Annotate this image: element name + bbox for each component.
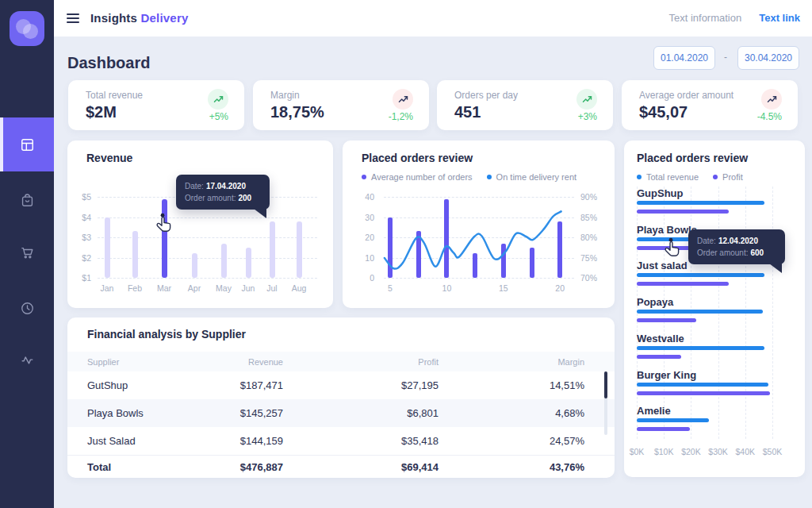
tooltip-date-label: Date: (185, 182, 204, 190)
orders-bar-x12.5[interactable] (473, 253, 477, 278)
kpi-card-3: Orders per day451+3% (437, 80, 613, 130)
supplier-profit-bar[interactable] (637, 427, 690, 431)
left-axis-label: 0 (355, 273, 374, 283)
y-axis-label: $3 (71, 233, 91, 242)
value-cell: $144,159 (206, 435, 283, 447)
tooltip-date-value: 12.04.2020 (718, 237, 758, 245)
x-axis-label: May (213, 283, 235, 293)
left-axis-label: 20 (355, 233, 374, 242)
x-axis-label: Apr (183, 283, 205, 293)
table-row[interactable]: Just Salad$144,159$35,41824,57% (67, 427, 615, 455)
column-header-margin: Margin (439, 357, 584, 367)
sidebar-item-history[interactable] (0, 281, 54, 335)
x-axis-label: Jan (96, 283, 118, 293)
right-axis-label: 90% (580, 192, 609, 202)
dashboard-icon (20, 137, 35, 152)
supplier-revenue-bar[interactable] (637, 346, 764, 350)
hand-cursor-icon (155, 213, 174, 235)
kpi-value: $2M (86, 103, 117, 121)
left-axis-label: 30 (355, 213, 374, 222)
brand: Insights Delivery (90, 11, 188, 25)
x-axis-label: Mar (153, 283, 175, 293)
sidebar-item-dashboard[interactable] (0, 117, 54, 171)
orders-bar-x5[interactable] (388, 217, 393, 279)
supplier-revenue-bar[interactable] (637, 273, 764, 277)
tooltip-amount-value: 200 (238, 194, 251, 202)
gridline (98, 258, 317, 259)
revenue-bar-apr[interactable] (192, 253, 197, 278)
table-scrollbar-thumb[interactable] (604, 371, 607, 398)
x-axis-label: $0K (624, 447, 649, 456)
sidebar-item-activity[interactable] (0, 333, 54, 387)
activity-icon (20, 352, 35, 368)
supplier-profit-bar[interactable] (637, 318, 696, 322)
revenue-bar-mar[interactable] (162, 199, 167, 278)
legend-average-orders[interactable]: Average number of orders (371, 172, 473, 182)
revenue-bar-jul[interactable] (270, 221, 275, 278)
date-to-button[interactable]: 30.04.2020 (737, 46, 799, 70)
tooltip-amount-label: Order amount: (697, 248, 748, 257)
y-axis-label: $2 (71, 253, 91, 263)
column-header-supplier: Supplier (87, 357, 206, 367)
x-axis-label: 5 (379, 283, 401, 293)
supplier-profit-bar[interactable] (637, 355, 681, 359)
supplier-profit-bar[interactable] (637, 391, 770, 395)
legend-total-revenue[interactable]: Total revenue (646, 172, 699, 182)
table-total-row: Total$476,887$69,41443,76% (67, 455, 615, 478)
kpi-delta: -4.5% (757, 111, 782, 122)
kpi-card-4: Average order amount$45,07-4.5% (622, 80, 798, 130)
suppliers-tooltip: Date:12.04.2020 Order amount:600 (688, 229, 785, 264)
x-axis-label: Jun (237, 283, 259, 293)
value-cell: 4,68% (439, 407, 584, 419)
total-value-cell: 43,76% (439, 461, 584, 473)
tooltip-beak (254, 209, 266, 218)
app-logo (10, 11, 44, 46)
revenue-bar-feb[interactable] (132, 231, 138, 278)
placed-orders-legend: Average number of orders On time deliver… (362, 172, 586, 182)
supplier-cell: GutShup (87, 379, 206, 391)
kpi-value: 18,75% (270, 103, 324, 121)
value-cell: 24,57% (439, 435, 584, 447)
orders-bar-x7.5[interactable] (416, 231, 421, 278)
sidebar-item-cart[interactable] (0, 225, 54, 279)
revenue-bar-jan[interactable] (105, 217, 110, 279)
supplier-revenue-bar[interactable] (637, 201, 764, 205)
orders-bar-x10[interactable] (444, 199, 449, 278)
legend-profit[interactable]: Profit (722, 172, 743, 182)
value-cell: $187,471 (206, 379, 283, 391)
left-axis-label: 10 (355, 253, 374, 263)
revenue-bar-jun[interactable] (246, 248, 251, 278)
hand-cursor-icon (664, 237, 683, 260)
supplier-revenue-bar[interactable] (637, 383, 768, 387)
value-cell: $145,257 (206, 407, 283, 419)
date-from-button[interactable]: 01.04.2020 (653, 46, 715, 70)
orders-bar-x17.5[interactable] (530, 248, 534, 278)
table-header-row: SupplierRevenueProfitMargin (67, 352, 615, 371)
supplier-profit-bar[interactable] (637, 210, 729, 214)
suppliers-title: Placed orders review (637, 152, 748, 164)
value-cell: $35,418 (283, 435, 439, 447)
supplier-revenue-bar[interactable] (637, 310, 763, 314)
text-link[interactable]: Text link (759, 12, 800, 24)
gridline (98, 217, 317, 218)
trend-down-icon (761, 89, 782, 110)
supplier-revenue-bar[interactable] (637, 418, 709, 422)
table-row[interactable]: Playa Bowls$145,257$6,8014,68% (67, 399, 615, 427)
supplier-name: Popaya (637, 296, 673, 308)
supplier-profit-bar[interactable] (637, 282, 729, 286)
page-title: Dashboard (67, 54, 150, 72)
supplier-name: Westvalle (637, 333, 684, 344)
revenue-bar-may[interactable] (221, 244, 227, 278)
sidebar-item-orders[interactable] (0, 173, 54, 227)
revenue-bar-aug[interactable] (297, 221, 302, 278)
column-header-revenue: Revenue (206, 357, 283, 367)
kpi-label: Orders per day (454, 90, 518, 101)
orders-bar-x20[interactable] (557, 221, 562, 278)
topbar: Insights Delivery Text information Text … (54, 0, 812, 37)
menu-icon[interactable] (67, 13, 79, 23)
orders-bar-x15[interactable] (501, 244, 506, 278)
table-row[interactable]: GutShup$187,471$27,19514,51% (67, 371, 615, 399)
x-axis-label: 15 (492, 283, 515, 293)
legend-delivery-rent[interactable]: On time delivery rent (496, 172, 576, 182)
trend-down-icon (393, 89, 413, 110)
